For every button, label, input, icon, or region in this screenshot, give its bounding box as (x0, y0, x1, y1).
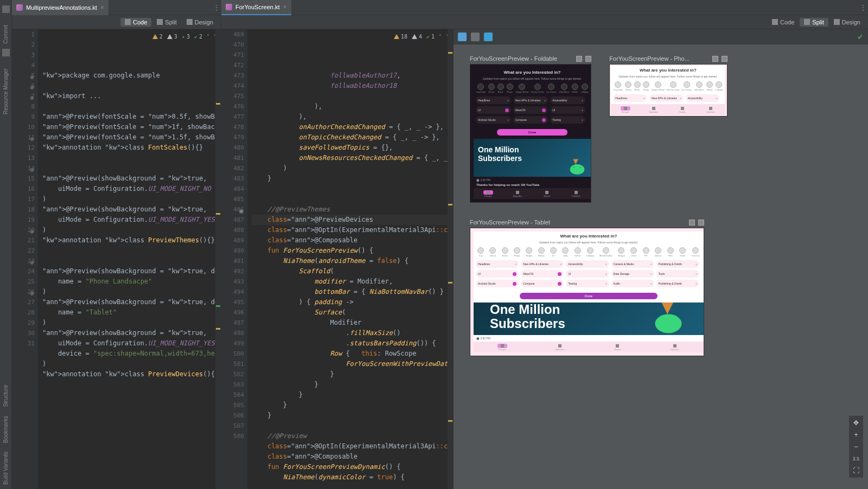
gutter-run-icon[interactable]: ▣ (237, 206, 243, 213)
topic-chip[interactable]: Testing+ (566, 280, 609, 287)
inspection-badges-left[interactable]: 2 3 ✦3 ✔2 ˄ ˅ (150, 30, 219, 43)
topic-chip[interactable]: Headlines+ (476, 96, 511, 104)
topic-chip[interactable]: UI (476, 270, 519, 278)
nav-item[interactable]: Saved (668, 104, 697, 115)
topic-chip[interactable]: Accessibility+ (566, 260, 609, 268)
gutter-run-icon[interactable]: ⚙ (27, 72, 34, 79)
gutter-run-icon[interactable]: ⚙ (27, 258, 34, 264)
preview-foldable[interactable]: What are you Interested in? Updates from… (474, 68, 591, 199)
mode-design-left[interactable]: Design (182, 18, 218, 27)
commit-icon[interactable] (2, 49, 10, 56)
run-icon[interactable] (585, 56, 591, 62)
tool-resource-manager[interactable]: Resource Manager (2, 64, 10, 119)
right-error-stripe[interactable] (448, 29, 453, 489)
gutter-run-icon[interactable]: ⚙ (27, 93, 34, 99)
pan-icon[interactable]: ✥ (851, 418, 861, 428)
interactive-mode-icon[interactable] (458, 33, 467, 41)
status-ok-icon: ✔ (857, 33, 864, 41)
preview-phone[interactable]: What are you Interested in? Updates from… (611, 66, 725, 115)
mode-split-left[interactable]: Split (152, 18, 181, 27)
topic-chip[interactable]: New APIs & Libraries+ (513, 96, 548, 104)
animation-preview-icon[interactable] (471, 33, 480, 41)
left-editor[interactable]: 12345⚙6⚙7⚙891011⚙121314⚙151617181920⚙212… (12, 29, 221, 489)
right-editor[interactable]: 4694704714724734744754764774784794804814… (221, 29, 454, 489)
topic-chip[interactable]: Headlines+ (476, 260, 519, 268)
deploy-icon[interactable] (576, 56, 582, 62)
run-icon[interactable] (698, 220, 704, 226)
mode-split-right[interactable]: Split (800, 18, 828, 27)
gutter-run-icon[interactable]: ⚙ (27, 288, 34, 295)
done-button[interactable]: Done (497, 129, 567, 136)
topic-chip[interactable]: Publishing & Distrib+ (656, 260, 699, 268)
close-icon[interactable]: × (283, 3, 287, 11)
preview-tablet[interactable]: What are you Interested in? Updates from… (474, 231, 704, 352)
gutter-run-icon[interactable]: ⚙ (27, 227, 34, 233)
gutter-run-icon[interactable]: ⚙ (27, 134, 34, 140)
preview-canvas[interactable]: ForYouScreenPreview - Foldable What are … (454, 44, 868, 489)
nav-item[interactable]: Episodes (640, 104, 668, 115)
topic-chip[interactable]: Accessibility+ (686, 94, 720, 102)
tab-overflow-right[interactable]: ⋮ (858, 4, 868, 11)
left-code-area[interactable]: 2 3 ✦3 ✔2 ˄ ˅ "kw">package com.google.sa… (38, 29, 221, 489)
tab-multipreview[interactable]: MultipreviewAnnotations.kt × (12, 0, 108, 15)
svg-point-1 (573, 166, 575, 168)
topic-chip[interactable]: Android Studio (476, 280, 519, 287)
topic-chip[interactable]: Compose (513, 116, 548, 124)
tool-structure[interactable]: Structure (2, 381, 10, 411)
deploy-icon[interactable] (689, 220, 695, 226)
zoom-fit-icon[interactable]: ⛶ (851, 466, 861, 475)
topic-chip[interactable]: UI+ (566, 270, 609, 278)
topic-chip[interactable]: Compose (521, 280, 564, 287)
prev-highlight-icon[interactable]: ˄ (207, 31, 209, 42)
right-code-area[interactable]: 18 4 ✔1 ˄ ˅ follwableAuthor17, follwable… (247, 29, 453, 489)
topic-chip[interactable]: WearOS (513, 106, 548, 114)
zoom-in-icon[interactable]: + (851, 430, 861, 440)
nav-item[interactable]: Episodes (531, 342, 589, 352)
nav-item[interactable]: Interests (697, 104, 725, 115)
svg-point-2 (579, 166, 581, 168)
tab-overflow-left[interactable]: ⋮ (212, 4, 221, 11)
topic-chip[interactable]: Headlines+ (613, 94, 647, 102)
topic-chip[interactable]: Kotlin+ (611, 280, 654, 287)
topic-chip[interactable]: New APIs & Libraries+ (649, 94, 684, 102)
topic-chip[interactable]: WearOS (521, 270, 564, 278)
left-error-stripe[interactable] (215, 29, 221, 489)
topic-chip[interactable]: New APIs & Libraries+ (521, 260, 564, 268)
topic-chip[interactable]: Data Storage+ (611, 270, 654, 278)
tool-bookmarks[interactable]: Bookmarks (2, 411, 10, 447)
zoom-out-icon[interactable]: − (851, 442, 861, 452)
topic-chip[interactable]: Camera & Media+ (611, 260, 654, 268)
nav-item[interactable]: Interests (646, 342, 704, 352)
topic-chip[interactable]: Accessibility+ (550, 96, 585, 104)
layers-icon[interactable] (484, 33, 493, 41)
close-icon[interactable]: × (100, 4, 104, 11)
nav-item[interactable]: Interests (561, 188, 591, 199)
nav-item[interactable]: Episodes (503, 188, 532, 199)
topic-chip[interactable]: UI (476, 106, 511, 114)
nav-item[interactable]: For you (474, 342, 531, 352)
inspection-badges-right[interactable]: 18 4 ✔1 ˄ ˅ (392, 30, 451, 43)
tool-build-variants[interactable]: Build Variants (2, 447, 10, 489)
topic-chip[interactable]: Publishing & Distrib+ (656, 280, 699, 287)
topic-chip[interactable]: Tools+ (656, 270, 699, 278)
project-icon[interactable] (2, 5, 10, 13)
nav-item[interactable]: Saved (589, 342, 646, 352)
topic-chip[interactable]: Testing+ (550, 116, 585, 124)
tool-commit[interactable]: Commit (2, 21, 10, 48)
gutter-run-icon[interactable]: ⚙ (27, 82, 34, 89)
prev-highlight-icon[interactable]: ˄ (439, 31, 442, 42)
nav-item[interactable]: Saved (532, 188, 561, 199)
topic-chip[interactable]: UI+ (550, 106, 585, 114)
nav-item[interactable]: For you (474, 188, 503, 199)
mode-design-right[interactable]: Design (829, 18, 865, 27)
topic-chip[interactable]: Android Studio+ (476, 116, 511, 124)
mode-code-right[interactable]: Code (768, 18, 799, 27)
done-button[interactable]: Done (520, 293, 658, 299)
mode-code-left[interactable]: Code (120, 18, 151, 27)
deploy-icon[interactable] (712, 56, 718, 62)
run-icon[interactable] (722, 56, 727, 62)
tab-foryouscreen[interactable]: ForYouScreen.kt × (221, 0, 291, 15)
gutter-run-icon[interactable]: ⚙ (27, 165, 34, 171)
zoom-reset-button[interactable]: 1:1 (851, 454, 861, 464)
nav-item[interactable]: For you (611, 104, 640, 115)
